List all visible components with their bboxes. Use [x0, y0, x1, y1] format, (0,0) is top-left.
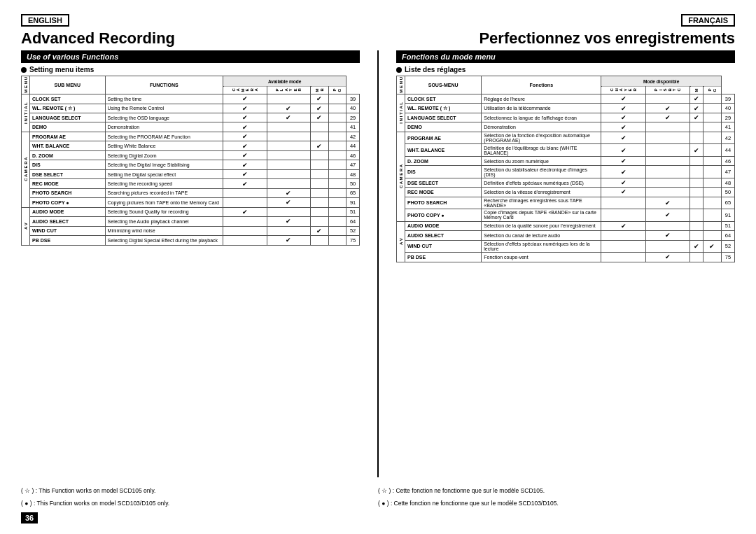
player-check	[267, 122, 311, 132]
player-check	[645, 221, 690, 230]
mb-check	[690, 132, 704, 144]
pg-check	[328, 113, 346, 122]
table-row: DISSelecting the Digital Image Stabilisi…	[22, 160, 360, 169]
footer-note1-left: ( ☆ ) : This Function works on model SCD…	[21, 487, 378, 494]
row-group-label: A V	[22, 207, 30, 245]
function-cell: Sélection de la fonction d'exposition au…	[482, 132, 601, 144]
mb-check	[311, 122, 329, 132]
player-check: ✔	[645, 209, 690, 222]
submenu-cell: WHT. BALANCE	[405, 144, 482, 157]
submenu-cell: PHOTO SEARCH	[405, 197, 482, 209]
function-cell: Minimizing wind noise	[105, 226, 223, 235]
pg-check	[704, 197, 722, 209]
player-check: ✔	[645, 104, 690, 113]
camera-check: ✔	[601, 144, 646, 157]
function-cell: Sélection du canal de lecture audio	[482, 231, 601, 240]
player-check	[267, 150, 311, 160]
mb-check	[690, 231, 704, 240]
player-check	[645, 156, 690, 165]
table-row: I N I T I A LCLOCK SETSetting the time✔✔…	[22, 94, 360, 104]
camera-check	[223, 217, 267, 226]
footer-note1-right: ( ☆ ) : Cette fonction ne fonctionne que…	[378, 487, 735, 494]
page-number-cell: 44	[721, 144, 734, 157]
pg-check	[328, 141, 346, 150]
pg-check	[328, 169, 346, 178]
function-cell: Définition de l'équilibrage du blanc (WH…	[482, 144, 601, 157]
submenu-cell: AUDIO SELECT	[30, 217, 106, 226]
table-row: REC MODESelecting the recording speed✔50	[22, 179, 360, 188]
page-number-cell: 64	[721, 231, 734, 240]
function-cell: Sélection de la qualité sonore pour l'en…	[482, 221, 601, 230]
submenu-cell: REC MODE	[405, 188, 482, 197]
table-row: PHOTO COPY ●Copie d'images depuis TAPE «…	[397, 209, 735, 222]
submenu-cell: PROGRAM AE	[30, 132, 106, 141]
pg-check	[704, 132, 722, 144]
function-cell: Selecting Digital Zoom	[105, 150, 223, 160]
table-row: D. ZOOMSélection du zoom numérique✔46	[397, 156, 735, 165]
camera-check	[223, 188, 267, 197]
pg-check	[328, 217, 346, 226]
menu-table-left: M E N U SUB MENU FUNCTIONS Available mod…	[21, 76, 360, 240]
submenu-cell: PB DSE	[30, 236, 106, 246]
submenu-cell: DIS	[30, 160, 106, 169]
pg-check	[704, 253, 722, 262]
function-cell: Réglage de l'heure	[482, 94, 601, 104]
pg-check	[704, 209, 722, 222]
table-row: A VAUDIO MODESélection de la qualité son…	[397, 221, 735, 230]
camera-check	[601, 197, 646, 209]
table-row: DEMODemonstration✔41	[22, 122, 360, 132]
camera-check: ✔	[223, 150, 267, 160]
player-check: ✔	[645, 113, 690, 122]
mb-check	[690, 197, 704, 209]
mb-check: ✔	[690, 240, 704, 253]
lang-badge-francais: FRANÇAIS	[681, 14, 735, 27]
mb-check: ✔	[690, 94, 704, 104]
pg-check	[328, 104, 346, 113]
table-row: DSE SELECTSetting the Digital special ef…	[22, 169, 360, 178]
submenu-cell: DIS	[405, 166, 482, 178]
table-row: DISSélection du stabilisateur électroniq…	[397, 166, 735, 178]
mb-check	[311, 179, 329, 188]
table-row: WL. REMOTE ( ☆ )Utilisation de la téléco…	[397, 104, 735, 113]
table-row: PHOTO COPY ●Copying pictures from TAPE o…	[22, 198, 360, 207]
bullet-icon-left	[21, 67, 27, 73]
camera-check: ✔	[601, 178, 646, 187]
column-divider	[377, 50, 379, 477]
table-row: AUDIO SELECTSelecting the Audio playback…	[22, 217, 360, 226]
player-check	[267, 207, 311, 216]
page-number-cell: 64	[346, 217, 360, 226]
pg-check	[704, 221, 722, 230]
page-number-cell: 41	[346, 122, 360, 132]
submenu-cell: AUDIO MODE	[405, 221, 482, 230]
mb-check	[311, 198, 329, 207]
submenu-cell: LANGUAGE SELECT	[30, 113, 106, 122]
subsection-title-left: Setting menu items	[21, 66, 360, 73]
pg-check	[328, 226, 346, 235]
subsection-title-right: Liste des réglages	[396, 66, 735, 73]
page-number-cell: 52	[346, 226, 360, 235]
camera-check: ✔	[601, 94, 646, 104]
pg-check	[704, 188, 722, 197]
mb-check	[690, 156, 704, 165]
table-row: WL. REMOTE ( ☆ )Using the Remote Control…	[22, 104, 360, 113]
table-row: D. ZOOMSelecting Digital Zoom✔46	[22, 150, 360, 160]
mb-check	[311, 160, 329, 169]
mb-check: ✔	[690, 144, 704, 157]
player-check: ✔	[645, 197, 690, 209]
page-number-cell: 50	[346, 179, 360, 188]
page-number-cell: 50	[721, 188, 734, 197]
function-cell: Copying pictures from TAPE onto the Memo…	[105, 198, 223, 207]
pg-check	[328, 150, 346, 160]
player-check: ✔	[267, 188, 311, 197]
function-cell: Sélection du stabilisateur électronique …	[482, 166, 601, 178]
function-cell: Recherche d'images enregistrées sous TAP…	[482, 197, 601, 209]
player-check	[645, 94, 690, 104]
page-number-cell: 75	[346, 236, 360, 246]
table-row: PHOTO SEARCHSearching pictures recorded …	[22, 188, 360, 197]
page-number-cell: 39	[346, 94, 360, 104]
camera-check: ✔	[223, 104, 267, 113]
pg-check	[328, 188, 346, 197]
mb-check	[311, 150, 329, 160]
mb-check	[690, 188, 704, 197]
menu-table-right: M E N U SOUS-MENU Fonctions Mode disponi…	[396, 76, 735, 257]
